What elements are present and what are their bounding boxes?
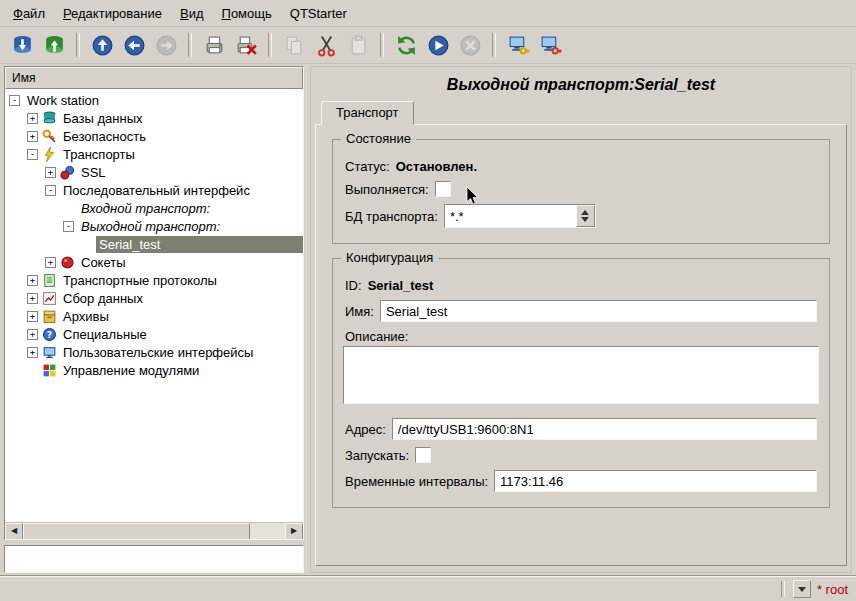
transport-db-row: БД транспорта: *.*: [345, 204, 817, 228]
config-groupbox: Конфигурация ID: Serial_test Имя: Описан…: [332, 258, 830, 508]
paste-icon: [347, 34, 370, 57]
tree-item-output-transport[interactable]: - Выходной транспорт:: [5, 217, 303, 235]
intervals-input[interactable]: [494, 470, 817, 492]
copy-icon: [283, 34, 306, 57]
running-label: Выполняется:: [345, 182, 429, 197]
item-add-button[interactable]: [199, 30, 229, 60]
state-group-title: Состояние: [341, 131, 416, 146]
intervals-row: Временные интервалы:: [345, 470, 817, 492]
tree-item-user-interfaces[interactable]: + Пользовательские интерфейсы: [5, 343, 303, 361]
tree-item-label: Сокеты: [78, 254, 129, 271]
menu-view[interactable]: Вид: [171, 3, 213, 24]
id-label: ID:: [345, 278, 362, 293]
autostart-checkbox[interactable]: [415, 447, 431, 463]
tree-item-input-transport[interactable]: Входной транспорт:: [5, 199, 303, 217]
up-level-icon: [91, 34, 114, 57]
tree-item-archives[interactable]: + Архивы: [5, 307, 303, 325]
combo-spin-buttons[interactable]: [576, 205, 595, 227]
scrollbar-track[interactable]: [23, 523, 285, 539]
item-remove-icon: [235, 34, 258, 57]
page-title: Выходной транспорт:Serial_test: [315, 69, 847, 101]
autostart-row: Запускать:: [345, 447, 817, 463]
menu-bar: Файл Редактирование Вид Помощь QTStarter: [0, 0, 856, 27]
up-level-button[interactable]: [87, 30, 117, 60]
tree-item-protocols[interactable]: + Транспортные протоколы: [5, 271, 303, 289]
tree-item-transports[interactable]: - Транспорты: [5, 145, 303, 163]
user-dropdown-button[interactable]: [793, 580, 811, 598]
back-button[interactable]: [119, 30, 149, 60]
tree-item-ssl[interactable]: + SSL: [5, 163, 303, 181]
transport-db-combobox[interactable]: *.*: [444, 204, 596, 228]
expander-icon[interactable]: +: [27, 347, 38, 358]
menu-edit[interactable]: Редактирование: [54, 3, 171, 24]
load-from-db-button[interactable]: [7, 30, 37, 60]
chart-icon: [42, 291, 57, 306]
tree-filter-input[interactable]: [4, 545, 304, 573]
spin-down-icon: [581, 217, 589, 222]
running-checkbox[interactable]: [435, 181, 451, 197]
status-value: Остановлен.: [396, 159, 477, 174]
save-to-db-button[interactable]: [39, 30, 69, 60]
refresh-icon: [395, 34, 418, 57]
tab-transport[interactable]: Транспорт: [321, 101, 414, 125]
scroll-left-button[interactable]: ◀: [5, 523, 23, 540]
remote-disconnect-icon: [539, 34, 562, 57]
tree-item-label: Входной транспорт:: [78, 200, 213, 217]
question-icon: ?: [42, 327, 57, 342]
tree-item-databases[interactable]: + Базы данных: [5, 109, 303, 127]
tree-item-data-acquisition[interactable]: + Сбор данных: [5, 289, 303, 307]
expander-icon[interactable]: +: [27, 113, 38, 124]
expander-icon[interactable]: -: [63, 221, 74, 232]
tree-item-serial-test[interactable]: Serial_test: [5, 235, 303, 253]
ssl-icon: [60, 165, 75, 180]
expander-icon[interactable]: +: [45, 167, 56, 178]
databases-icon: [42, 111, 57, 126]
scrollbar-thumb[interactable]: [23, 523, 250, 540]
expander-icon[interactable]: -: [27, 149, 38, 160]
forward-icon: [155, 34, 178, 57]
back-icon: [123, 34, 146, 57]
tree-item-special[interactable]: + ? Специальные: [5, 325, 303, 343]
description-textarea[interactable]: [343, 346, 819, 404]
tree-item-sockets[interactable]: + Сокеты: [5, 253, 303, 271]
menu-file[interactable]: Файл: [4, 3, 54, 24]
expander-icon[interactable]: +: [45, 257, 56, 268]
tree-header: Имя: [5, 67, 303, 89]
cut-button[interactable]: [311, 30, 341, 60]
expander-icon[interactable]: +: [27, 131, 38, 142]
expander-icon[interactable]: +: [27, 329, 38, 340]
autostart-label: Запускать:: [345, 448, 409, 463]
expander-icon[interactable]: +: [27, 275, 38, 286]
spin-up-icon: [581, 210, 589, 215]
expander-icon[interactable]: -: [9, 95, 20, 106]
load-from-db-icon: [11, 34, 34, 57]
copy-button[interactable]: [279, 30, 309, 60]
tree-item-work-station[interactable]: - Work station: [5, 91, 303, 109]
start-button[interactable]: [423, 30, 453, 60]
name-input[interactable]: [380, 300, 817, 322]
address-input[interactable]: [392, 418, 817, 440]
tree-item-serial-interface[interactable]: - Последовательный интерфейс: [5, 181, 303, 199]
lightning-icon: [42, 147, 57, 162]
tree-item-security[interactable]: + Безопасность: [5, 127, 303, 145]
menu-qtstarter[interactable]: QTStarter: [281, 3, 356, 24]
stop-button[interactable]: [455, 30, 485, 60]
menu-help[interactable]: Помощь: [213, 3, 281, 24]
scroll-right-button[interactable]: ▶: [285, 523, 303, 540]
refresh-button[interactable]: [391, 30, 421, 60]
forward-button[interactable]: [151, 30, 181, 60]
horizontal-scrollbar[interactable]: ◀ ▶: [5, 522, 303, 539]
paste-button[interactable]: [343, 30, 373, 60]
tree-item-module-management[interactable]: Управление модулями: [5, 361, 303, 379]
expander-icon[interactable]: +: [27, 311, 38, 322]
transport-db-label: БД транспорта:: [345, 209, 438, 224]
remote-connect-button[interactable]: [503, 30, 533, 60]
remote-disconnect-button[interactable]: [535, 30, 565, 60]
expander-icon[interactable]: +: [27, 293, 38, 304]
tree-item-label: Выходной транспорт:: [78, 218, 223, 235]
name-label: Имя:: [345, 304, 374, 319]
item-remove-button[interactable]: [231, 30, 261, 60]
statusbar-separator: [781, 581, 785, 597]
expander-icon[interactable]: -: [45, 185, 56, 196]
toolbar-separator: [268, 33, 272, 57]
